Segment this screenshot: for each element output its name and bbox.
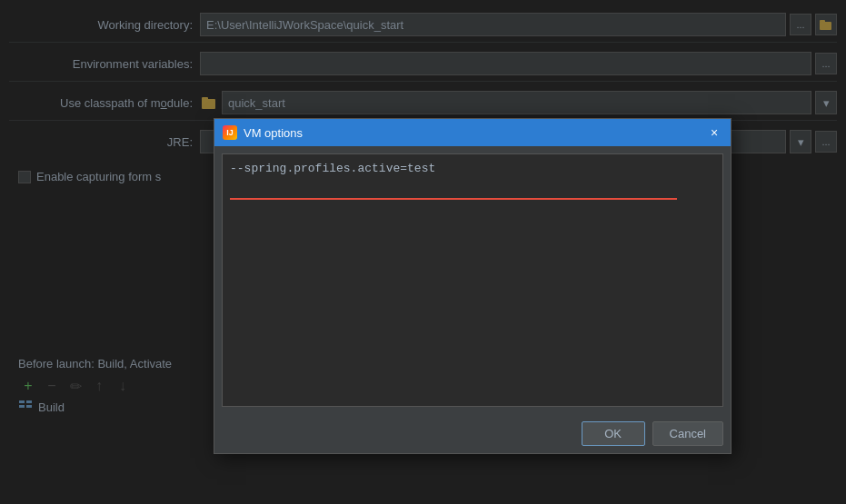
dialog-app-icon: IJ: [222, 124, 238, 141]
vm-options-input[interactable]: --spring.profiles.active=test: [223, 154, 722, 406]
vm-options-dialog: IJ VM options × --spring.profiles.active…: [214, 118, 732, 454]
dialog-titlebar: IJ VM options ×: [214, 119, 731, 146]
ok-button[interactable]: OK: [582, 421, 645, 446]
cancel-button[interactable]: Cancel: [652, 421, 723, 446]
vm-textarea-wrap: --spring.profiles.active=test: [222, 153, 723, 407]
dialog-close-btn[interactable]: ×: [705, 124, 723, 142]
dialog-title: VM options: [244, 126, 705, 140]
intellij-logo: IJ: [223, 125, 237, 140]
dialog-footer: OK Cancel: [214, 414, 731, 453]
dialog-content: --spring.profiles.active=test: [214, 146, 731, 414]
